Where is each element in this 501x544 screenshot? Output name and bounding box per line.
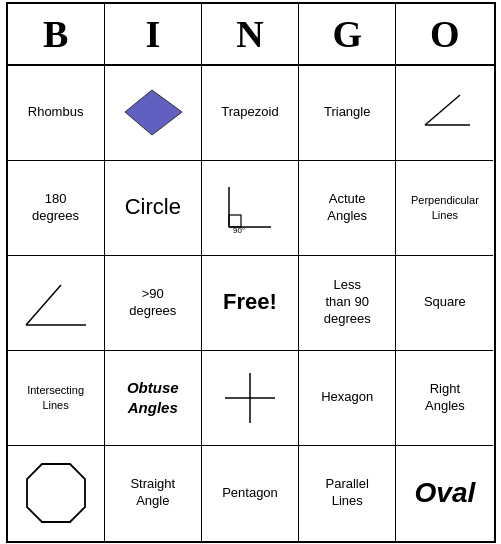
cell-text: IntersectingLines xyxy=(27,383,84,412)
cell-5-2: StraightAngle xyxy=(105,446,202,541)
svg-text:90°: 90° xyxy=(233,226,245,235)
cell-5-5: Oval xyxy=(396,446,493,541)
svg-line-1 xyxy=(425,95,460,125)
cell-4-2: ObtuseAngles xyxy=(105,351,202,446)
cell-text: Circle xyxy=(125,193,181,222)
cell-2-1: 180degrees xyxy=(8,161,105,256)
bingo-card: B I N G O Rhombus Trapezoid Triangle xyxy=(6,2,496,543)
cell-4-3 xyxy=(202,351,299,446)
cell-2-2: Circle xyxy=(105,161,202,256)
cell-4-5: RightAngles xyxy=(396,351,493,446)
svg-marker-11 xyxy=(27,464,85,522)
header-n: N xyxy=(202,4,299,64)
cell-2-4: ActuteAngles xyxy=(299,161,396,256)
cell-1-1: Rhombus xyxy=(8,66,105,161)
header-i: I xyxy=(105,4,202,64)
cell-1-3: Trapezoid xyxy=(202,66,299,161)
cell-text: ActuteAngles xyxy=(327,191,367,225)
cell-1-5 xyxy=(396,66,493,161)
cell-4-1: IntersectingLines xyxy=(8,351,105,446)
cell-text: Pentagon xyxy=(222,485,278,502)
cell-text: ParallelLines xyxy=(326,476,369,510)
right-angle-shape: 90° xyxy=(208,167,292,249)
cell-text: Oval xyxy=(415,475,476,511)
cell-text: Rhombus xyxy=(28,104,84,121)
cell-text: 180degrees xyxy=(32,191,79,225)
cell-text: Trapezoid xyxy=(221,104,278,121)
cell-text: RightAngles xyxy=(425,381,465,415)
cell-3-1 xyxy=(8,256,105,351)
header-b: B xyxy=(8,4,105,64)
cell-text: StraightAngle xyxy=(130,476,175,510)
cell-text: Hexagon xyxy=(321,389,373,406)
cell-4-4: Hexagon xyxy=(299,351,396,446)
cell-text: ObtuseAngles xyxy=(127,378,179,417)
cell-1-4: Triangle xyxy=(299,66,396,161)
cross-shape xyxy=(208,357,292,439)
angle-line-shape xyxy=(402,72,487,154)
svg-line-8 xyxy=(26,285,61,325)
cell-5-4: ParallelLines xyxy=(299,446,396,541)
cell-text: >90degrees xyxy=(129,286,176,320)
cell-2-5: PerpendicularLines xyxy=(396,161,493,256)
cell-3-2: >90degrees xyxy=(105,256,202,351)
cell-3-5: Square xyxy=(396,256,493,351)
cell-text: Square xyxy=(424,294,466,311)
cell-1-2 xyxy=(105,66,202,161)
cell-text: PerpendicularLines xyxy=(411,193,479,222)
svg-marker-0 xyxy=(125,90,182,135)
cell-3-4: Lessthan 90degrees xyxy=(299,256,396,351)
header-o: O xyxy=(396,4,493,64)
cell-5-1 xyxy=(8,446,105,541)
bingo-grid: Rhombus Trapezoid Triangle 18 xyxy=(8,66,494,541)
cell-3-3: Free! xyxy=(202,256,299,351)
octagon-shape xyxy=(14,452,98,535)
acute-angle-shape xyxy=(14,262,98,344)
cell-2-3: 90° xyxy=(202,161,299,256)
cell-text: Free! xyxy=(223,288,277,317)
header-g: G xyxy=(299,4,396,64)
cell-text: Lessthan 90degrees xyxy=(324,277,371,328)
cell-5-3: Pentagon xyxy=(202,446,299,541)
bingo-header: B I N G O xyxy=(8,4,494,66)
cell-text: Triangle xyxy=(324,104,370,121)
rhombus-shape xyxy=(111,72,195,154)
